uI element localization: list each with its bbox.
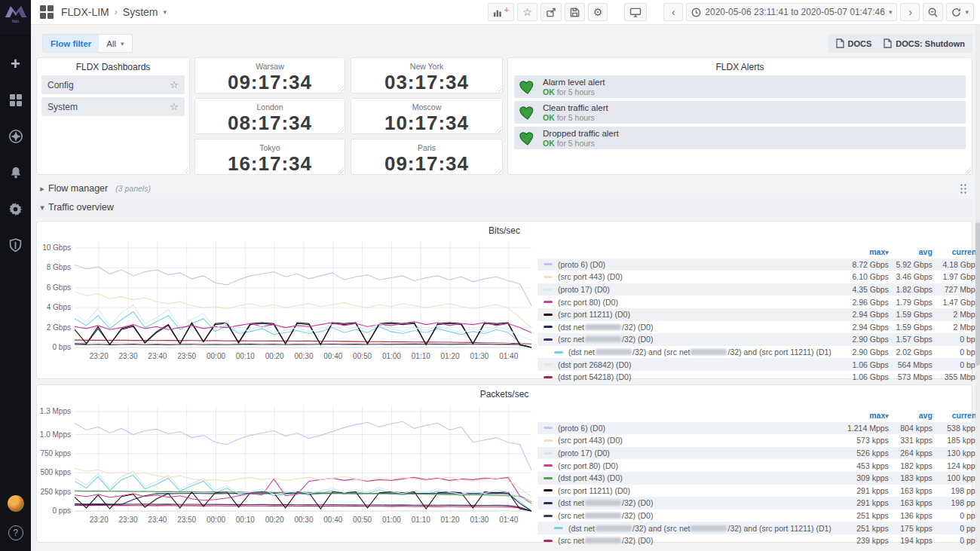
panel-title[interactable]: FLDX Alerts — [508, 58, 972, 72]
legend-series-label[interactable]: (proto 17) (D0) — [544, 285, 831, 294]
refresh-interval-chevron-icon[interactable]: ▾ — [965, 8, 969, 16]
legend-row[interactable]: (dst net /32) and (src net /32) and (src… — [537, 522, 980, 534]
star-icon[interactable]: ☆ — [170, 79, 179, 90]
flow-filter-dropdown[interactable]: All ▾ — [99, 35, 131, 52]
legend-row[interactable]: (src port 11211) (D0) 2.94 Gbps 1.59 Gbp… — [537, 308, 980, 321]
server-admin-shield-icon[interactable] — [8, 237, 24, 253]
legend-avg-value: 331 kpps — [889, 436, 933, 445]
alert-row[interactable]: Alarm level alert OK for 5 hours — [514, 75, 966, 98]
legend-row[interactable]: (src net /32) (D0) 239 kpps 194 kpps 0 p… — [537, 534, 980, 547]
configuration-gear-icon[interactable] — [8, 201, 24, 217]
legend-row[interactable]: (proto 17) (D0) 526 kpps 264 kpps 130 kp… — [537, 447, 980, 460]
svg-text:01:20: 01:20 — [441, 516, 460, 524]
legend-series-label[interactable]: (src net /32) (D0) — [544, 536, 831, 545]
svg-text:01:40: 01:40 — [499, 516, 518, 524]
legend-sort-max[interactable]: max▾ — [831, 247, 889, 256]
legend-sort-current[interactable]: current — [933, 411, 980, 420]
legend-series-label[interactable]: (proto 6) (D0) — [544, 260, 831, 269]
refresh-button[interactable]: ▾ — [946, 3, 974, 21]
docs-shutdown-link[interactable]: DOCS: Shutdown — [884, 38, 965, 48]
legend-row[interactable]: (proto 6) (D0) 1.214 Mpps 804 kpps 538 k… — [537, 422, 980, 435]
zoom-out-button[interactable] — [923, 3, 943, 21]
panel-title[interactable]: Packets/sec — [37, 385, 972, 399]
star-icon[interactable]: ☆ — [170, 101, 179, 112]
share-dashboard-button[interactable] — [541, 3, 562, 21]
legend-row[interactable]: (dst port 443) (D0) 309 kpps 183 kpps 10… — [537, 472, 980, 485]
svg-text:1.3 Mpps: 1.3 Mpps — [40, 407, 71, 415]
legend-series-label[interactable]: (dst net /32) (D0) — [544, 323, 831, 332]
legend-row[interactable]: (src net /32) (D0) 2.90 Gbps 1.57 Gbps 0… — [537, 333, 980, 346]
dashboard-link-config[interactable]: Config☆ — [41, 75, 185, 94]
dashboards-icon[interactable] — [8, 92, 24, 109]
breadcrumb-current[interactable]: System — [123, 6, 158, 18]
legend-row[interactable]: (src port 80) (D0) 453 kpps 182 kpps 124… — [537, 459, 980, 472]
legend-sort-avg[interactable]: avg — [889, 247, 933, 256]
legend-row[interactable]: (src port 11211) (D0) 291 kpps 163 kpps … — [537, 485, 980, 497]
help-icon[interactable]: ? — [8, 525, 23, 540]
svg-text:23:40: 23:40 — [148, 352, 167, 360]
legend-series-label[interactable]: (dst port 26842) (D0) — [544, 360, 831, 369]
row-flow-manager[interactable]: ▸ Flow manager (3 panels) — [36, 181, 972, 196]
legend-series-label[interactable]: (proto 17) (D0) — [544, 448, 831, 458]
dashboard-settings-button[interactable]: ⚙ — [588, 3, 608, 21]
user-avatar[interactable] — [8, 495, 24, 512]
legend-row[interactable]: (proto 6) (D0) 8.72 Gbps 5.92 Gbps 4.18 … — [537, 259, 980, 271]
legend-series-label[interactable]: (proto 6) (D0) — [544, 424, 831, 433]
legend-series-label[interactable]: (src port 80) (D0) — [544, 298, 831, 307]
legend-row[interactable]: (src port 443) (D0) 6.10 Gbps 3.46 Gbps … — [537, 271, 980, 283]
legend-row[interactable]: (dst net /32) and (src net /32) and (src… — [537, 346, 980, 359]
legend-series-label[interactable]: (dst port 443) (D0) — [544, 473, 831, 482]
legend-row[interactable]: (src port 443) (D0) 573 kpps 331 kpps 18… — [537, 434, 980, 447]
app-logo[interactable]: fldx — [0, 0, 31, 35]
clock-panel-new-york: New York 03:17:34 — [351, 57, 503, 93]
docs-link[interactable]: DOCS — [836, 38, 872, 48]
legend-series-label[interactable]: (src port 443) (D0) — [544, 436, 831, 445]
alerting-bell-icon[interactable] — [8, 164, 24, 181]
row-traffic-overview[interactable]: ▾ Traffic overview — [36, 198, 972, 216]
page-scrollbar[interactable] — [975, 25, 980, 551]
legend-series-label[interactable]: (dst net /32) and (src net /32) and (src… — [544, 524, 831, 533]
legend-series-label[interactable]: (src port 11211) (D0) — [544, 310, 831, 319]
legend-sort-avg[interactable]: avg — [889, 411, 933, 420]
legend-series-label[interactable]: (dst port 54218) (D0) — [544, 372, 831, 381]
time-range-picker[interactable]: 2020-05-06 23:11:41 to 2020-05-07 01:47:… — [686, 3, 897, 21]
legend-series-label[interactable]: (src port 443) (D0) — [544, 272, 831, 281]
legend-series-label[interactable]: (src port 80) (D0) — [544, 461, 831, 470]
dashboard-grid-icon[interactable] — [40, 5, 54, 19]
legend-row[interactable]: (dst net /32) (D0) 291 kpps 163 kpps 198… — [537, 497, 980, 510]
legend-series-label[interactable]: (dst net /32) (D0) — [544, 498, 831, 507]
add-panel-button[interactable]: + — [488, 3, 514, 21]
alert-row[interactable]: Clean traffic alert OK for 5 hours — [514, 101, 966, 124]
explore-compass-icon[interactable] — [8, 128, 24, 145]
legend-row[interactable]: (proto 17) (D0) 4.35 Gbps 1.82 Gbps 727 … — [537, 283, 980, 296]
legend-row[interactable]: (src net /32) (D0) 251 kpps 136 kpps 0 p… — [537, 510, 980, 522]
chevron-down-icon[interactable]: ▾ — [163, 8, 167, 16]
panel-title[interactable]: FLDX Dashboards — [37, 58, 189, 72]
legend-series-label[interactable]: (src port 11211) (D0) — [544, 486, 831, 495]
timeseries-chart[interactable]: 23:2023:3023:4023:5000:0000:1000:2000:30… — [40, 399, 537, 547]
legend-row[interactable]: (dst port 54218) (D0) 1.06 Gbps 573 Mbps… — [537, 371, 980, 384]
timeseries-chart[interactable]: 23:2023:3023:4023:5000:0000:1000:2000:30… — [40, 236, 537, 384]
dashboard-link-system[interactable]: System☆ — [41, 97, 185, 116]
legend-sort-current[interactable]: current — [933, 247, 980, 256]
legend-row[interactable]: (dst port 26842) (D0) 1.06 Gbps 564 Mbps… — [537, 358, 980, 371]
add-icon[interactable]: + — [8, 56, 24, 72]
svg-text:01:00: 01:00 — [382, 516, 401, 524]
row-drag-handle-icon[interactable] — [960, 183, 968, 194]
legend-row[interactable]: (dst net /32) (D0) 2.94 Gbps 1.59 Gbps 2… — [537, 321, 980, 334]
legend-sort-max[interactable]: max▾ — [831, 411, 889, 420]
legend-row[interactable]: (src port 80) (D0) 2.96 Gbps 1.79 Gbps 1… — [537, 295, 980, 308]
cycle-view-monitor-button[interactable] — [624, 3, 647, 21]
star-dashboard-button[interactable]: ☆ — [517, 3, 537, 21]
alert-row[interactable]: Dropped traffic alert OK for 5 hours — [514, 127, 966, 149]
panel-title[interactable]: Bits/sec — [37, 222, 972, 236]
breadcrumb-root[interactable]: FLDX-LIM — [61, 6, 109, 18]
time-back-button[interactable]: ‹ — [663, 3, 683, 21]
legend-series-label[interactable]: (dst net /32) and (src net /32) and (src… — [544, 347, 831, 357]
legend-series-label[interactable]: (src net /32) (D0) — [544, 511, 831, 520]
legend-series-label[interactable]: (src net /32) (D0) — [544, 335, 831, 344]
legend-avg-value: 163 kpps — [889, 498, 933, 507]
page-scrollbar-thumb[interactable] — [975, 222, 980, 366]
save-dashboard-button[interactable] — [565, 3, 585, 21]
time-forward-button[interactable]: › — [900, 3, 920, 21]
